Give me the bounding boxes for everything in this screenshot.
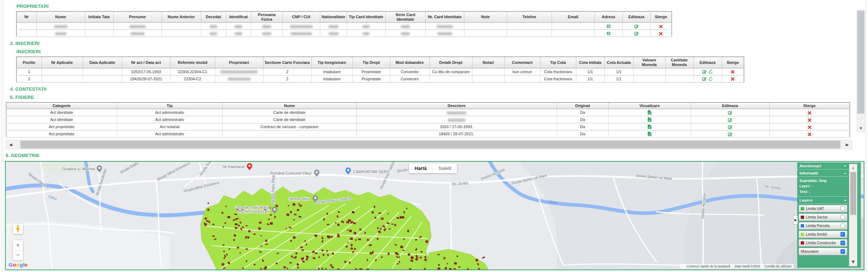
layer-toggle-limita-uat[interactable]: Limita UAT [799, 205, 847, 212]
scroll-right-button[interactable]: ▶ [843, 140, 852, 149]
scroll-down-icon[interactable]: ▼ [849, 259, 857, 265]
globe-icon[interactable] [606, 31, 611, 36]
scroll-up-icon[interactable]: ▲ [849, 166, 857, 170]
column-header: Adresa [595, 11, 622, 22]
edit-icon[interactable] [728, 132, 733, 136]
poi-pin-dot [314, 197, 316, 199]
map-type-satellite-button[interactable]: Satelit [432, 163, 457, 173]
table-row: Act proprietateAct notarialContract de v… [6, 123, 850, 130]
map-type-map-button[interactable]: Hartă [409, 163, 432, 173]
layer-checkbox[interactable] [840, 223, 845, 228]
table-cell [425, 22, 464, 30]
poi-label[interactable]: Srl Farmacie [222, 165, 245, 169]
vertical-scrollbar[interactable]: ▼ [857, 10, 865, 132]
layer-checkbox[interactable]: ✓ [840, 232, 845, 237]
column-header: Cota Actuala [605, 57, 633, 68]
table-cell [622, 30, 650, 37]
table-cell [622, 22, 650, 30]
column-header: Cota Initiala [576, 57, 605, 68]
layer-checkbox[interactable] [840, 215, 845, 220]
info-layer: Layer: - [799, 183, 847, 189]
column-header: Initiala Tata [85, 11, 113, 22]
column-header: Data Aplicatie [83, 57, 122, 68]
table-cell [633, 68, 665, 75]
edit-icon[interactable] [702, 76, 707, 81]
edit-icon[interactable] [634, 24, 639, 29]
file-icon[interactable] [647, 110, 652, 115]
layer-label: Limita Constructie [806, 241, 840, 245]
redacted-text [401, 25, 410, 28]
panel-scrollbar-thumb[interactable] [850, 172, 856, 215]
poi-label[interactable]: Primăria Comunei Oituz [270, 171, 312, 175]
table-cell: Da [557, 116, 608, 123]
layer-toggle-limita-sector[interactable]: Limita Sector [799, 213, 847, 221]
column-header: Editeaza [691, 102, 769, 109]
x-icon[interactable] [731, 70, 735, 74]
poi-pin-dot [347, 169, 349, 171]
x-icon[interactable] [731, 77, 735, 81]
file-icon[interactable] [647, 117, 652, 122]
horizontal-scrollbar-track[interactable] [15, 140, 843, 149]
file-icon[interactable] [647, 131, 652, 136]
x-icon[interactable] [808, 118, 812, 122]
file-icon[interactable] [647, 124, 652, 129]
table-cell [201, 30, 226, 37]
zoom-out-button[interactable]: − [13, 251, 23, 261]
table-cell [83, 68, 122, 75]
column-header: Notari [472, 57, 504, 68]
scroll-left-button[interactable]: ◀ [6, 140, 15, 149]
map-canvas[interactable]: Strada EliadeStrada BadiuStrada Salcâmil… [5, 161, 864, 270]
layer-toggle-masuratori[interactable]: Masuratori✓ [799, 248, 847, 255]
redacted-text [437, 25, 453, 28]
panel-scrollbar[interactable]: ▲ ▼ [849, 164, 857, 266]
zoom-in-button[interactable]: + [13, 240, 23, 251]
table-cell [83, 75, 122, 82]
poi-label[interactable]: Montini Lavezzari' [238, 209, 270, 213]
horizontal-scrollbar[interactable]: ◀ ▶ [6, 140, 852, 149]
attribution-terms-link[interactable]: Condiții de utilizare [764, 265, 791, 268]
poi-label[interactable]: Serele Oituz [288, 197, 310, 201]
column-header: Proprietari [215, 57, 263, 68]
globe-icon[interactable] [606, 24, 611, 29]
table-cell: Da [557, 123, 608, 130]
panel-section-layere[interactable]: Layere ▲ [797, 197, 849, 204]
paperclip-icon[interactable] [708, 69, 713, 74]
layer-checkbox[interactable] [840, 206, 845, 211]
x-icon[interactable] [659, 32, 663, 36]
table-cell: Contract de vanzare - cumparare [222, 123, 356, 130]
table-cell [356, 116, 557, 123]
edit-icon[interactable] [728, 117, 733, 122]
x-icon[interactable] [659, 25, 663, 29]
layer-toggle-limita-imobil[interactable]: Limita Imobil✓ [799, 231, 847, 238]
panel-section-informatii[interactable]: Informatii ▲ [797, 170, 849, 177]
redacted-text [290, 25, 313, 28]
poi-label[interactable]: Gradina lu' Marinel [62, 167, 95, 171]
table-cell [722, 68, 744, 75]
redacted-text [129, 25, 146, 28]
pegman-control[interactable] [13, 224, 23, 234]
x-icon[interactable] [808, 132, 812, 136]
layer-checkbox[interactable]: ✓ [840, 249, 845, 254]
layer-toggle-limita-constructie[interactable]: Limita Constructie✓ [799, 239, 847, 247]
edit-icon[interactable] [728, 125, 733, 129]
table-row: Act identitateAct administrativCarte de … [6, 109, 850, 116]
x-icon[interactable] [808, 125, 812, 129]
table-cell: 1/1 [605, 68, 633, 75]
layer-checkbox[interactable]: ✓ [840, 241, 845, 245]
x-icon[interactable] [808, 111, 812, 115]
edit-icon[interactable] [702, 69, 707, 74]
edit-icon[interactable] [728, 110, 733, 115]
poi-label[interactable]: CARPORTAR SERV [353, 170, 390, 174]
panel-section-atentionari[interactable]: Atentionari ▼ [797, 162, 849, 170]
paperclip-icon[interactable] [708, 76, 713, 81]
layer-toggle-limita-parcela[interactable]: Limita Parcela [799, 222, 847, 230]
scroll-down-button[interactable]: ▼ [857, 125, 865, 132]
vertical-scrollbar-thumb[interactable] [857, 11, 864, 114]
table-cell [552, 30, 595, 37]
edit-icon[interactable] [634, 31, 639, 36]
poi-pin-dot [98, 167, 100, 169]
horizontal-scrollbar-thumb[interactable] [20, 141, 840, 148]
table-cell: Act identitate [6, 116, 117, 123]
layer-color-swatch [801, 207, 804, 210]
map-attribution: Comenzi rapide de la tastaturăDate hartă… [680, 264, 794, 268]
